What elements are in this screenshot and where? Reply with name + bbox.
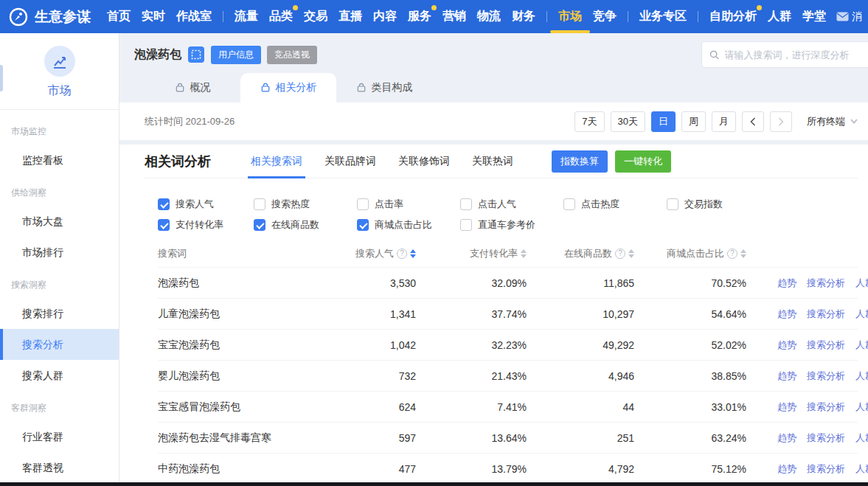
- nav-item[interactable]: 财务: [512, 9, 535, 24]
- keyword-app-icon[interactable]: [188, 46, 204, 63]
- period-button[interactable]: 7天: [574, 111, 604, 132]
- action-link[interactable]: 趋势: [777, 431, 796, 445]
- metric-label: 直通车参考价: [478, 218, 535, 232]
- nav-item[interactable]: 人群: [768, 9, 791, 24]
- action-link[interactable]: 搜索分析: [807, 431, 845, 445]
- sort-icon[interactable]: [521, 249, 527, 258]
- action-link[interactable]: 趋势: [777, 308, 796, 321]
- sidebar-item[interactable]: 搜索排行: [0, 298, 119, 329]
- metric-checkbox[interactable]: 直通车参考价: [460, 218, 563, 232]
- nav-item[interactable]: 首页: [107, 9, 131, 24]
- action-link[interactable]: 趋势: [777, 277, 796, 290]
- nav-item[interactable]: 物流: [477, 9, 501, 24]
- checkbox-unchecked[interactable]: [563, 198, 575, 210]
- action-link[interactable]: 趋势: [777, 400, 796, 414]
- period-button[interactable]: 30天: [611, 111, 645, 132]
- metric-checkbox[interactable]: 在线商品数: [254, 218, 357, 232]
- action-link[interactable]: 搜索分析: [807, 462, 845, 476]
- metric-checkbox[interactable]: 搜索热度: [254, 198, 357, 211]
- nav-item[interactable]: 学堂: [802, 9, 826, 24]
- action-link[interactable]: 搜索分析: [807, 277, 845, 290]
- sort-icon[interactable]: [410, 249, 416, 258]
- terminal-dropdown[interactable]: 所有终端: [807, 115, 858, 128]
- index-convert-button[interactable]: 指数换算: [552, 150, 608, 173]
- help-icon[interactable]: ?: [397, 249, 407, 259]
- checkbox-unchecked[interactable]: [460, 219, 472, 231]
- sidebar-item[interactable]: 市场大盘: [0, 206, 119, 237]
- help-icon[interactable]: ?: [727, 249, 737, 259]
- sidebar-item[interactable]: 行业客群: [0, 421, 119, 452]
- sort-icon[interactable]: [628, 249, 634, 258]
- metric-checkbox[interactable]: 点击人气: [460, 198, 563, 211]
- metric-checkbox[interactable]: 支付转化率: [158, 218, 254, 232]
- tab-item[interactable]: 类目构成: [336, 73, 432, 103]
- nav-item[interactable]: 交易: [304, 9, 327, 24]
- nav-item[interactable]: 自助分析: [709, 9, 757, 24]
- metric-checkbox[interactable]: 商城点击占比: [357, 218, 460, 232]
- metric-checkbox[interactable]: 交易指数: [667, 198, 770, 211]
- action-link[interactable]: 搜索分析: [807, 339, 845, 352]
- tab-active[interactable]: 相关分析: [240, 73, 336, 103]
- period-button[interactable]: 月: [712, 111, 736, 132]
- period-button[interactable]: 周: [681, 111, 706, 132]
- action-link[interactable]: 人群分析: [855, 308, 868, 321]
- nav-item[interactable]: 内容: [373, 9, 397, 24]
- edge-handle[interactable]: [0, 65, 3, 91]
- nav-item[interactable]: 业务专区: [639, 9, 687, 24]
- sidebar-item[interactable]: 监控看板: [0, 145, 119, 176]
- action-link[interactable]: 人群分析: [855, 400, 868, 414]
- nav-item[interactable]: 直播: [338, 9, 362, 24]
- checkbox-checked[interactable]: [158, 198, 170, 210]
- action-link[interactable]: 趋势: [777, 369, 796, 383]
- action-link[interactable]: 人群分析: [855, 277, 868, 290]
- nav-message[interactable]: 消: [836, 10, 862, 24]
- sidebar-item[interactable]: 搜索分析: [0, 329, 119, 360]
- keyword-badge[interactable]: 竞品透视: [267, 46, 317, 64]
- action-link[interactable]: 人群分析: [855, 339, 868, 352]
- checkbox-checked[interactable]: [254, 219, 265, 231]
- metric-checkbox[interactable]: 点击热度: [563, 198, 667, 211]
- nav-item[interactable]: 市场: [558, 9, 582, 24]
- period-button[interactable]: 日: [651, 111, 676, 132]
- sidebar-item[interactable]: 搜索人群: [0, 360, 119, 391]
- word-tab[interactable]: 关联品牌词: [324, 145, 376, 178]
- checkbox-unchecked[interactable]: [460, 198, 472, 210]
- action-link[interactable]: 搜索分析: [807, 369, 845, 383]
- sort-icon[interactable]: [740, 249, 746, 258]
- one-click-convert-button[interactable]: 一键转化: [615, 150, 671, 173]
- nav-item[interactable]: 品类: [269, 9, 293, 24]
- word-tab[interactable]: 相关搜索词: [251, 145, 302, 178]
- checkbox-unchecked[interactable]: [254, 198, 265, 210]
- action-link[interactable]: 搜索分析: [807, 308, 845, 321]
- brand[interactable]: 生意参谋: [9, 7, 91, 27]
- nav-item[interactable]: 竞争: [593, 9, 617, 24]
- badge-group: 用户信息竞品透视: [211, 46, 317, 64]
- nav-item[interactable]: 实时: [142, 9, 165, 24]
- nav-item[interactable]: 营销: [442, 9, 466, 24]
- nav-item[interactable]: 流量: [235, 9, 258, 24]
- action-link[interactable]: 趋势: [777, 462, 796, 476]
- word-tab[interactable]: 关联热词: [472, 145, 513, 178]
- tab-item[interactable]: 概况: [145, 73, 240, 103]
- checkbox-unchecked[interactable]: [667, 198, 678, 210]
- prev-page-button[interactable]: [742, 111, 764, 132]
- word-tab[interactable]: 关联修饰词: [398, 145, 450, 178]
- metric-checkbox[interactable]: 搜索人气: [158, 198, 254, 211]
- action-link[interactable]: 人群分析: [855, 431, 868, 445]
- action-link[interactable]: 趋势: [777, 339, 796, 352]
- nav-item[interactable]: 服务: [408, 9, 431, 24]
- bottom-scrollbar[interactable]: [0, 482, 868, 486]
- action-link[interactable]: 搜索分析: [807, 400, 845, 414]
- sidebar-item[interactable]: 客群透视: [0, 452, 119, 483]
- action-link[interactable]: 人群分析: [855, 462, 868, 476]
- search-input[interactable]: [725, 49, 864, 60]
- checkbox-checked[interactable]: [357, 219, 369, 231]
- sidebar-item[interactable]: 市场排行: [0, 237, 119, 268]
- action-link[interactable]: 人群分析: [855, 369, 868, 383]
- help-icon[interactable]: ?: [615, 249, 625, 259]
- metric-checkbox[interactable]: 点击率: [357, 198, 460, 211]
- nav-item[interactable]: 作战室: [176, 9, 212, 24]
- keyword-badge[interactable]: 用户信息: [211, 46, 261, 64]
- checkbox-unchecked[interactable]: [357, 198, 369, 210]
- checkbox-checked[interactable]: [158, 219, 170, 231]
